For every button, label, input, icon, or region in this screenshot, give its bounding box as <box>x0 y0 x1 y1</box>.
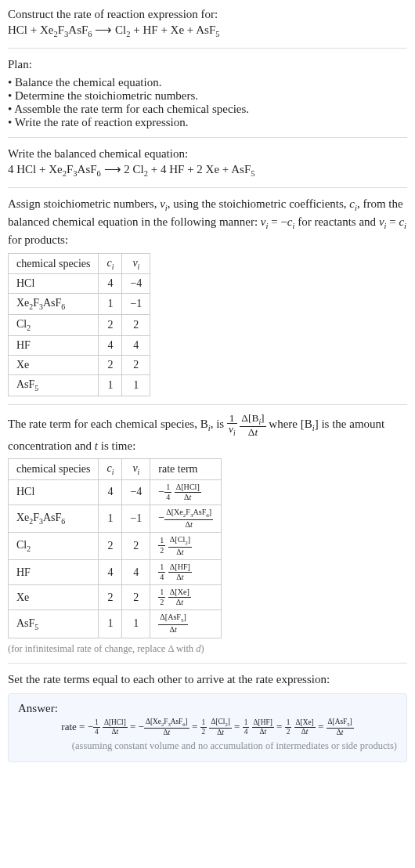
divider <box>8 48 407 49</box>
table-row: Xe22 <box>9 356 150 375</box>
col-species: chemical species <box>9 253 99 274</box>
table-header-row: chemical species ci νi <box>9 253 150 274</box>
balanced-equation: 4 HCl + Xe2F3AsF6 ⟶ 2 Cl2 + 4 HF + 2 Xe … <box>8 161 407 179</box>
cell-ci: 4 <box>99 560 122 585</box>
cell-rate: 12 Δ[Cl2]Δt <box>150 532 222 559</box>
table-row: Xe2F3AsF61−1−Δ[Xe2F3AsF6]Δt <box>9 505 222 532</box>
cell-vi: −4 <box>122 274 150 294</box>
plan-item: Write the rate of reaction expression. <box>8 116 407 129</box>
rate-table-footnote: (for infinitesimal rate of change, repla… <box>8 643 407 655</box>
table-row: HCl4−4 <box>9 274 150 294</box>
cell-species: HCl <box>9 274 99 294</box>
page-root: Construct the rate of reaction expressio… <box>0 0 415 772</box>
cell-vi: 1 <box>122 375 150 396</box>
answer-title: Answer: <box>18 702 397 715</box>
cell-species: Xe2F3AsF6 <box>9 505 99 532</box>
rate-tbody: HCl4−4−14 Δ[HCl]ΔtXe2F3AsF61−1−Δ[Xe2F3As… <box>9 479 222 638</box>
cell-ci: 4 <box>99 336 122 356</box>
balanced-title: Write the balanced chemical equation: <box>8 146 407 161</box>
cell-vi: 2 <box>122 315 150 336</box>
frac-num: 1 <box>227 413 237 424</box>
cell-vi: −1 <box>122 505 150 532</box>
cell-vi: −1 <box>122 294 150 315</box>
divider <box>8 137 407 138</box>
cell-vi: 4 <box>122 336 150 356</box>
divider <box>8 663 407 664</box>
cell-species: Xe <box>9 356 99 375</box>
table-row: AsF511 <box>9 375 150 396</box>
col-species: chemical species <box>9 458 99 479</box>
col-vi: νi <box>122 253 150 274</box>
cell-ci: 4 <box>99 274 122 294</box>
rate-intro: The rate term for each chemical species,… <box>8 413 407 454</box>
divider <box>8 404 407 405</box>
table-row: Xe2212 Δ[Xe]Δt <box>9 585 222 610</box>
cell-ci: 2 <box>99 585 122 610</box>
col-vi: νi <box>122 458 150 479</box>
table-row: AsF511Δ[AsF5]Δt <box>9 610 222 638</box>
table-header-row: chemical species ci νi rate term <box>9 458 222 479</box>
set-equal: Set the rate terms equal to each other t… <box>8 671 407 687</box>
cell-ci: 2 <box>99 315 122 336</box>
cell-rate: −14 Δ[HCl]Δt <box>150 479 222 505</box>
cell-vi: 2 <box>122 585 150 610</box>
stoich-table: chemical species ci νi HCl4−4Xe2F3AsF61−… <box>8 253 150 396</box>
cell-species: AsF5 <box>9 375 99 396</box>
frac-den: νi <box>227 423 237 437</box>
cell-ci: 4 <box>99 479 122 505</box>
plan-item: Assemble the rate term for each chemical… <box>8 103 407 116</box>
cell-species: HF <box>9 560 99 585</box>
cell-ci: 1 <box>99 610 122 638</box>
frac-num: Δ[Bi] <box>240 413 265 426</box>
table-row: Cl222 <box>9 315 150 336</box>
rate-intro-frac-dconc: Δ[Bi] Δt <box>240 413 265 438</box>
cell-ci: 1 <box>99 375 122 396</box>
plan-title: Plan: <box>8 56 407 72</box>
col-ci: ci <box>99 458 122 479</box>
rate-table: chemical species ci νi rate term HCl4−4−… <box>8 458 222 638</box>
cell-ci: 1 <box>99 505 122 532</box>
cell-species: HCl <box>9 479 99 505</box>
cell-rate: 14 Δ[HF]Δt <box>150 560 222 585</box>
table-row: HF4414 Δ[HF]Δt <box>9 560 222 585</box>
col-ci: ci <box>99 253 122 274</box>
table-row: HCl4−4−14 Δ[HCl]Δt <box>9 479 222 505</box>
cell-vi: −4 <box>122 479 150 505</box>
divider <box>8 187 407 188</box>
cell-vi: 4 <box>122 560 150 585</box>
cell-species: Xe2F3AsF6 <box>9 294 99 315</box>
cell-species: Cl2 <box>9 315 99 336</box>
stoich-tbody: HCl4−4Xe2F3AsF61−1Cl222HF44Xe22AsF511 <box>9 274 150 396</box>
cell-vi: 2 <box>122 356 150 375</box>
answer-assumption: (assuming constant volume and no accumul… <box>18 740 397 752</box>
cell-vi: 1 <box>122 610 150 638</box>
col-rate: rate term <box>150 458 222 479</box>
problem-title: Construct the rate of reaction expressio… <box>8 6 407 22</box>
cell-species: HF <box>9 336 99 356</box>
rate-intro-p1: The rate term for each chemical species,… <box>8 418 227 430</box>
problem-equation: HCl + Xe2F3AsF6 ⟶ Cl2 + HF + Xe + AsF5 <box>8 22 407 40</box>
frac-den: Δt <box>240 426 265 438</box>
cell-rate: −Δ[Xe2F3AsF6]Δt <box>150 505 222 532</box>
answer-box: Answer: rate = −14 Δ[HCl]Δt = −Δ[Xe2F3As… <box>8 693 407 762</box>
cell-vi: 2 <box>122 532 150 559</box>
cell-ci: 2 <box>99 356 122 375</box>
cell-species: AsF5 <box>9 610 99 638</box>
table-row: HF44 <box>9 336 150 356</box>
cell-species: Xe <box>9 585 99 610</box>
plan-item: Determine the stoichiometric numbers. <box>8 89 407 103</box>
plan-item: Balance the chemical equation. <box>8 76 407 89</box>
table-row: Xe2F3AsF61−1 <box>9 294 150 315</box>
cell-ci: 2 <box>99 532 122 559</box>
plan-list: Balance the chemical equation. Determine… <box>8 76 407 129</box>
answer-rate-expression: rate = −14 Δ[HCl]Δt = −Δ[Xe2F3AsF6]Δt = … <box>18 718 397 737</box>
cell-ci: 1 <box>99 294 122 315</box>
cell-rate: Δ[AsF5]Δt <box>150 610 222 638</box>
cell-species: Cl2 <box>9 532 99 559</box>
rate-intro-frac-coeff: 1 νi <box>227 413 237 438</box>
table-row: Cl22212 Δ[Cl2]Δt <box>9 532 222 559</box>
stoich-intro: Assign stoichiometric numbers, νi, using… <box>8 196 407 248</box>
cell-rate: 12 Δ[Xe]Δt <box>150 585 222 610</box>
